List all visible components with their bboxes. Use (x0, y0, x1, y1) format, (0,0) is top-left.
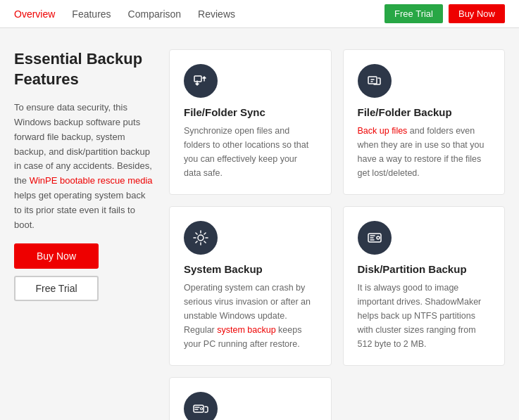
svg-rect-0 (194, 76, 201, 82)
card-title: System Backup (184, 263, 317, 275)
system-backup-icon (184, 221, 218, 255)
svg-point-6 (201, 408, 203, 410)
card-title: Disk/Partition Backup (358, 263, 491, 275)
card-desc: It is always good to image important dri… (358, 281, 491, 351)
file-folder-backup-icon (358, 64, 392, 98)
svg-point-2 (198, 235, 204, 241)
card-desc: Back up files and folders even when they… (358, 124, 491, 180)
section-description: To ensure data security, this Windows ba… (14, 101, 155, 232)
svg-rect-5 (194, 405, 204, 412)
card-title: File/Folder Backup (358, 106, 491, 118)
free-trial-button[interactable]: Free Trial (14, 276, 99, 301)
nav-comparison[interactable]: Comparison (128, 1, 181, 27)
desc-text-2: helps get operating system back to its p… (14, 190, 145, 230)
card-file-folder-sync: File/Folder Sync Synchronize open files … (169, 49, 332, 195)
card-desc: Operating system can crash by serious vi… (184, 281, 317, 351)
buy-now-button[interactable]: Buy Now (14, 243, 99, 269)
winpe-link[interactable]: WinPE bootable rescue media (30, 175, 153, 186)
disk-clone-icon (184, 392, 218, 420)
disk-partition-backup-icon (358, 221, 392, 255)
backup-files-link[interactable]: Back up files (358, 126, 408, 136)
svg-point-4 (377, 236, 380, 239)
navigation: Overview Features Comparison Reviews Fre… (0, 0, 519, 28)
section-title: Essential Backup Features (14, 49, 155, 89)
card-disk-partition-backup: Disk/Partition Backup It is always good … (343, 206, 506, 366)
svg-rect-1 (368, 77, 377, 84)
features-grid: File/Folder Sync Synchronize open files … (169, 49, 505, 420)
left-panel: Essential Backup Features To ensure data… (14, 49, 155, 420)
nav-features[interactable]: Features (72, 1, 111, 27)
card-system-backup: System Backup Operating system can crash… (169, 206, 332, 366)
card-disk-clone: Disk Clone MiniTool ShadowMaker offers D… (169, 377, 332, 420)
nav-reviews[interactable]: Reviews (198, 1, 235, 27)
system-backup-link[interactable]: system backup (217, 325, 275, 335)
desc-text-1: To ensure data security, this Windows ba… (14, 102, 152, 186)
main-content: Essential Backup Features To ensure data… (0, 28, 519, 420)
card-title: File/Folder Sync (184, 106, 317, 118)
nav-buttons: Free Trial Buy Now (384, 4, 505, 23)
file-folder-sync-icon (184, 64, 218, 98)
nav-links: Overview Features Comparison Reviews (14, 1, 384, 27)
card-file-folder-backup: File/Folder Backup Back up files and fol… (343, 49, 506, 195)
card-desc: Synchronize open files and folders to ot… (184, 124, 317, 180)
nav-free-trial-button[interactable]: Free Trial (384, 4, 443, 23)
nav-overview[interactable]: Overview (14, 1, 55, 27)
nav-buy-now-button[interactable]: Buy Now (449, 4, 505, 23)
